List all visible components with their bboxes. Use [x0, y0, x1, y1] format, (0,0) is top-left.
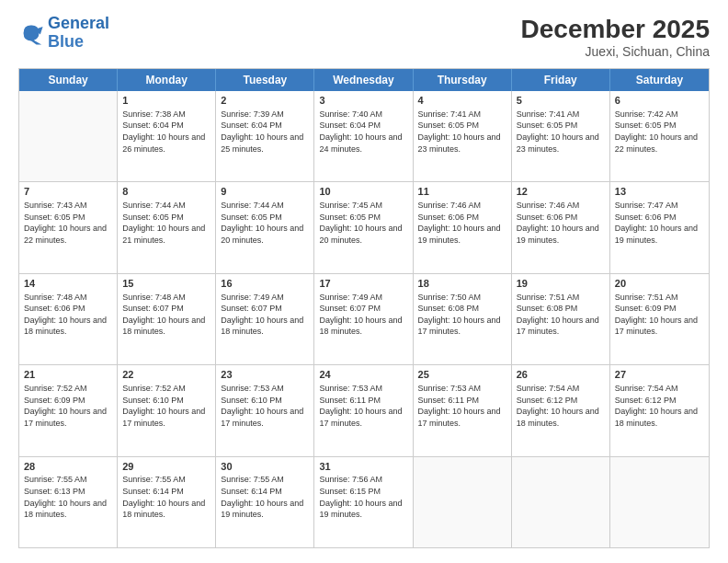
day-cell-4: 4Sunrise: 7:41 AMSunset: 6:05 PMDaylight…	[414, 91, 512, 181]
day-info: Sunrise: 7:46 AMSunset: 6:06 PMDaylight:…	[418, 200, 506, 246]
day-info: Sunrise: 7:42 AMSunset: 6:05 PMDaylight:…	[615, 109, 704, 155]
day-cell-10: 10Sunrise: 7:45 AMSunset: 6:05 PMDayligh…	[314, 182, 413, 272]
day-info: Sunrise: 7:49 AMSunset: 6:07 PMDaylight:…	[319, 292, 407, 338]
day-info: Sunrise: 7:44 AMSunset: 6:05 PMDaylight:…	[122, 200, 210, 246]
header-day-monday: Monday	[118, 69, 216, 91]
day-cell-26: 26Sunrise: 7:54 AMSunset: 6:12 PMDayligh…	[512, 365, 610, 455]
day-number: 19	[517, 277, 605, 291]
day-cell-5: 5Sunrise: 7:41 AMSunset: 6:05 PMDaylight…	[512, 91, 610, 181]
day-number: 14	[24, 277, 112, 291]
empty-cell	[512, 457, 610, 547]
day-cell-22: 22Sunrise: 7:52 AMSunset: 6:10 PMDayligh…	[118, 365, 216, 455]
day-cell-19: 19Sunrise: 7:51 AMSunset: 6:08 PMDayligh…	[512, 274, 610, 364]
week-row-5: 28Sunrise: 7:55 AMSunset: 6:13 PMDayligh…	[19, 456, 709, 547]
day-cell-21: 21Sunrise: 7:52 AMSunset: 6:09 PMDayligh…	[19, 365, 118, 455]
day-info: Sunrise: 7:45 AMSunset: 6:05 PMDaylight:…	[319, 200, 407, 246]
day-cell-7: 7Sunrise: 7:43 AMSunset: 6:05 PMDaylight…	[19, 182, 118, 272]
day-number: 21	[24, 368, 112, 382]
day-info: Sunrise: 7:54 AMSunset: 6:12 PMDaylight:…	[517, 383, 605, 429]
empty-cell	[19, 91, 118, 181]
week-row-1: 1Sunrise: 7:38 AMSunset: 6:04 PMDaylight…	[19, 91, 709, 181]
day-info: Sunrise: 7:47 AMSunset: 6:06 PMDaylight:…	[615, 200, 704, 246]
title-area: December 2025 Juexi, Sichuan, China	[521, 15, 710, 59]
day-number: 6	[615, 94, 704, 108]
day-info: Sunrise: 7:55 AMSunset: 6:14 PMDaylight:…	[221, 474, 309, 520]
day-info: Sunrise: 7:43 AMSunset: 6:05 PMDaylight:…	[24, 200, 112, 246]
day-info: Sunrise: 7:53 AMSunset: 6:11 PMDaylight:…	[319, 383, 407, 429]
header-day-friday: Friday	[512, 69, 610, 91]
day-cell-12: 12Sunrise: 7:46 AMSunset: 6:06 PMDayligh…	[512, 182, 610, 272]
logo-icon	[18, 20, 44, 46]
day-number: 3	[319, 94, 407, 108]
day-number: 29	[122, 460, 210, 474]
day-cell-24: 24Sunrise: 7:53 AMSunset: 6:11 PMDayligh…	[314, 365, 413, 455]
day-cell-2: 2Sunrise: 7:39 AMSunset: 6:04 PMDaylight…	[216, 91, 314, 181]
logo-blue: Blue	[48, 32, 84, 51]
day-cell-31: 31Sunrise: 7:56 AMSunset: 6:15 PMDayligh…	[314, 457, 413, 547]
empty-cell	[414, 457, 512, 547]
day-info: Sunrise: 7:53 AMSunset: 6:10 PMDaylight:…	[221, 383, 309, 429]
day-info: Sunrise: 7:38 AMSunset: 6:04 PMDaylight:…	[122, 109, 210, 155]
day-info: Sunrise: 7:51 AMSunset: 6:09 PMDaylight:…	[615, 292, 704, 338]
day-number: 24	[319, 368, 407, 382]
header-day-sunday: Sunday	[19, 69, 118, 91]
day-info: Sunrise: 7:40 AMSunset: 6:04 PMDaylight:…	[319, 109, 407, 155]
day-info: Sunrise: 7:55 AMSunset: 6:13 PMDaylight:…	[24, 474, 112, 520]
header-day-tuesday: Tuesday	[216, 69, 314, 91]
day-info: Sunrise: 7:44 AMSunset: 6:05 PMDaylight:…	[221, 200, 309, 246]
logo-general: General	[48, 14, 109, 32]
day-cell-16: 16Sunrise: 7:49 AMSunset: 6:07 PMDayligh…	[216, 274, 314, 364]
day-cell-11: 11Sunrise: 7:46 AMSunset: 6:06 PMDayligh…	[414, 182, 512, 272]
day-info: Sunrise: 7:52 AMSunset: 6:10 PMDaylight:…	[122, 383, 210, 429]
day-cell-18: 18Sunrise: 7:50 AMSunset: 6:08 PMDayligh…	[414, 274, 512, 364]
day-cell-25: 25Sunrise: 7:53 AMSunset: 6:11 PMDayligh…	[414, 365, 512, 455]
day-info: Sunrise: 7:48 AMSunset: 6:07 PMDaylight:…	[122, 292, 210, 338]
day-number: 25	[418, 368, 506, 382]
header-day-wednesday: Wednesday	[314, 69, 413, 91]
day-cell-30: 30Sunrise: 7:55 AMSunset: 6:14 PMDayligh…	[216, 457, 314, 547]
day-info: Sunrise: 7:46 AMSunset: 6:06 PMDaylight:…	[517, 200, 605, 246]
day-info: Sunrise: 7:52 AMSunset: 6:09 PMDaylight:…	[24, 383, 112, 429]
day-cell-28: 28Sunrise: 7:55 AMSunset: 6:13 PMDayligh…	[19, 457, 118, 547]
day-number: 11	[418, 185, 506, 199]
day-number: 2	[221, 94, 309, 108]
day-number: 16	[221, 277, 309, 291]
day-number: 27	[615, 368, 704, 382]
day-cell-23: 23Sunrise: 7:53 AMSunset: 6:10 PMDayligh…	[216, 365, 314, 455]
day-number: 10	[319, 185, 407, 199]
page: General Blue December 2025 Juexi, Sichua…	[0, 0, 728, 563]
day-cell-29: 29Sunrise: 7:55 AMSunset: 6:14 PMDayligh…	[118, 457, 216, 547]
day-number: 28	[24, 460, 112, 474]
header-day-thursday: Thursday	[414, 69, 512, 91]
calendar-header: SundayMondayTuesdayWednesdayThursdayFrid…	[19, 69, 709, 91]
day-number: 31	[319, 460, 407, 474]
day-number: 26	[517, 368, 605, 382]
day-info: Sunrise: 7:39 AMSunset: 6:04 PMDaylight:…	[221, 109, 309, 155]
day-cell-15: 15Sunrise: 7:48 AMSunset: 6:07 PMDayligh…	[118, 274, 216, 364]
day-info: Sunrise: 7:56 AMSunset: 6:15 PMDaylight:…	[319, 474, 407, 520]
header-day-saturday: Saturday	[610, 69, 709, 91]
logo: General Blue	[18, 15, 109, 52]
day-cell-1: 1Sunrise: 7:38 AMSunset: 6:04 PMDaylight…	[118, 91, 216, 181]
day-cell-3: 3Sunrise: 7:40 AMSunset: 6:04 PMDaylight…	[314, 91, 413, 181]
day-number: 22	[122, 368, 210, 382]
day-number: 8	[122, 185, 210, 199]
empty-cell	[610, 457, 709, 547]
month-title: December 2025	[521, 15, 710, 44]
day-info: Sunrise: 7:41 AMSunset: 6:05 PMDaylight:…	[418, 109, 506, 155]
calendar: SundayMondayTuesdayWednesdayThursdayFrid…	[18, 68, 710, 548]
week-row-4: 21Sunrise: 7:52 AMSunset: 6:09 PMDayligh…	[19, 364, 709, 455]
day-cell-13: 13Sunrise: 7:47 AMSunset: 6:06 PMDayligh…	[610, 182, 709, 272]
day-number: 13	[615, 185, 704, 199]
logo-text: General Blue	[48, 15, 109, 52]
day-cell-14: 14Sunrise: 7:48 AMSunset: 6:06 PMDayligh…	[19, 274, 118, 364]
day-info: Sunrise: 7:41 AMSunset: 6:05 PMDaylight:…	[517, 109, 605, 155]
day-number: 23	[221, 368, 309, 382]
day-info: Sunrise: 7:51 AMSunset: 6:08 PMDaylight:…	[517, 292, 605, 338]
header: General Blue December 2025 Juexi, Sichua…	[18, 15, 710, 59]
day-number: 1	[122, 94, 210, 108]
day-cell-17: 17Sunrise: 7:49 AMSunset: 6:07 PMDayligh…	[314, 274, 413, 364]
day-number: 5	[517, 94, 605, 108]
week-row-3: 14Sunrise: 7:48 AMSunset: 6:06 PMDayligh…	[19, 273, 709, 364]
day-number: 17	[319, 277, 407, 291]
